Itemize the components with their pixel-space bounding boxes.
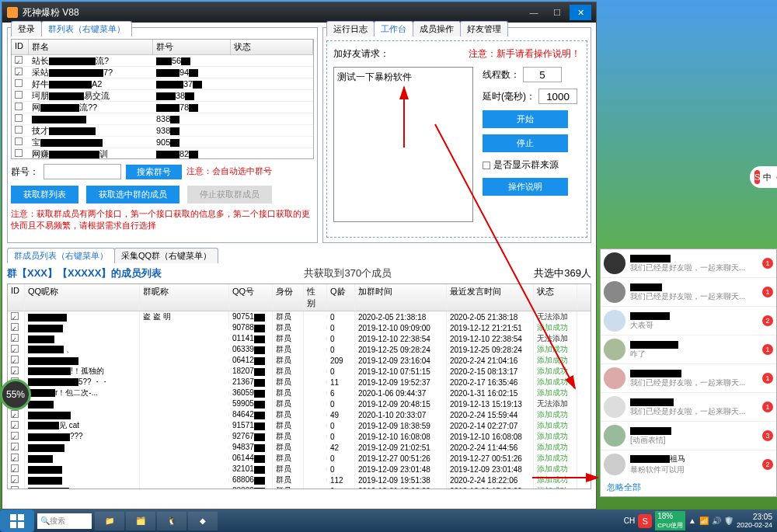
unread-badge: 3 — [762, 430, 773, 441]
close-button[interactable]: ✕ — [570, 5, 591, 20]
manual-button[interactable]: 操作说明 — [483, 178, 568, 196]
avatar — [604, 367, 625, 389]
group-row[interactable]: 网流?? 78 — [12, 102, 313, 113]
mcol-id[interactable]: ID — [8, 284, 25, 311]
tray-sound-icon[interactable]: 🔊 — [712, 516, 721, 525]
mcol-sex[interactable]: 性别 — [304, 284, 327, 311]
col-id[interactable]: ID — [12, 40, 29, 54]
chat-item[interactable]: 祖马暴粉软件可以用 2 — [601, 450, 776, 478]
ime-lang: 中 — [763, 172, 772, 183]
start-button[interactable]: 开始 — [483, 110, 568, 128]
tab-member-list[interactable]: 群成员列表（右键菜单） — [7, 248, 115, 263]
avatar — [604, 396, 625, 418]
taskbar-qq-icon[interactable]: 🐧 — [157, 512, 186, 530]
delay-input[interactable] — [538, 89, 577, 104]
group-row[interactable]: 站长流? 56 — [12, 55, 313, 67]
col-group-name[interactable]: 群名 — [29, 40, 153, 54]
tray-sogou-icon[interactable]: S — [638, 514, 652, 528]
search-label: 群号： — [11, 165, 39, 179]
group-row[interactable]: 838 — [12, 113, 313, 125]
work-panel: 运行日志 工作台 成员操作 好友管理 加好友请求： 注意：新手请看操作说明！ — [322, 27, 591, 243]
search-group-button[interactable]: 搜索群号 — [126, 165, 182, 179]
get-selected-members-button[interactable]: 获取选中群的成员 — [86, 186, 179, 203]
threads-label: 线程数： — [483, 68, 520, 82]
tab-workbench[interactable]: 工作台 — [374, 21, 413, 37]
col-group-num[interactable]: 群号 — [153, 40, 231, 54]
avatar — [604, 425, 625, 447]
friend-message-input[interactable] — [333, 67, 473, 222]
mcol-stat[interactable]: 状态 — [534, 284, 577, 311]
ime-widget[interactable]: S 中 ☺ — [750, 166, 777, 188]
tray-up-icon[interactable]: ▲ — [688, 516, 696, 525]
minimize-button[interactable]: — — [523, 5, 545, 20]
taskbar-explorer-icon[interactable]: 📁 — [95, 512, 124, 530]
friend-req-label: 加好友请求： — [333, 47, 389, 61]
avatar — [604, 252, 625, 274]
avatar — [604, 310, 625, 332]
member-grid: ID QQ昵称 群昵称 QQ号 身份 性别 Q龄 加群时间 最近发言时间 状态 … — [7, 283, 591, 489]
chat-panel: 我们已经是好友啦，一起来聊天... 1 我们已经是好友啦，一起来聊天... 1 … — [600, 249, 777, 497]
tray-clock[interactable]: 23:05 2020-02-24 — [737, 513, 772, 529]
group-panel: 登录 群列表（右键菜单） ID 群名 群号 状态 站长流? 56 采站7? 94… — [7, 27, 318, 243]
member-row[interactable]: 83382 群员0 2019-12-31 15:08:292019-12-31 … — [8, 485, 591, 489]
stop-get-members-button[interactable]: 停止获取群成员 — [187, 186, 272, 203]
tray-shield-icon[interactable]: 🛡️ — [724, 516, 733, 525]
ime-indicator[interactable]: CH — [624, 516, 635, 525]
show-source-checkbox[interactable]: 是否显示群来源 — [483, 158, 577, 172]
group-grid: ID 群名 群号 状态 站长流? 56 采站7? 94 好牛A2 37 珂朋易交… — [11, 39, 314, 159]
unread-badge: 1 — [762, 402, 773, 412]
chat-item[interactable]: 我们已经是好友啦，一起来聊天... 1 — [601, 278, 776, 307]
group-row[interactable]: 好牛A2 37 — [12, 78, 313, 90]
unread-badge: 1 — [762, 287, 773, 297]
tray-network-icon[interactable]: 📶 — [699, 516, 709, 525]
chat-item[interactable]: 大表哥 2 — [601, 307, 776, 336]
mcol-ltime[interactable]: 最近发言时间 — [447, 284, 534, 311]
group-row[interactable]: 采站7? 94 — [12, 67, 313, 78]
ignore-all-link[interactable]: 忽略全部 — [601, 478, 776, 496]
group-row[interactable]: 宝 905 — [12, 137, 313, 148]
group-row[interactable]: 技才 938 — [12, 125, 313, 137]
member-section: 群成员列表（右键菜单） 采集QQ群（右键菜单） 群【XXX】【XXXXX】的成员… — [2, 248, 596, 509]
windows-icon — [9, 513, 25, 529]
threads-input[interactable] — [523, 67, 562, 82]
group-search-input[interactable] — [44, 164, 121, 179]
taskbar-app-icon[interactable]: ◆ — [188, 512, 218, 530]
tab-collect-groups[interactable]: 采集QQ群（右键菜单） — [114, 248, 218, 263]
tab-login[interactable]: 登录 — [11, 21, 42, 37]
group-row[interactable]: 网赚训 82 — [12, 148, 313, 158]
chat-item[interactable]: 我们已经是好友啦，一起来聊天... 1 — [601, 364, 776, 393]
unread-badge: 1 — [762, 344, 773, 355]
start-button[interactable] — [0, 509, 34, 532]
sogou-icon: S — [754, 170, 760, 184]
col-status[interactable]: 状态 — [231, 40, 313, 54]
mcol-gnick[interactable]: 群昵称 — [140, 284, 229, 311]
tab-friend-mgmt[interactable]: 好友管理 — [460, 21, 508, 37]
chat-item[interactable]: 我们已经是好友啦，一起来聊天... 1 — [601, 249, 776, 278]
chat-item[interactable]: [动画表情] 3 — [601, 422, 776, 450]
stop-button[interactable]: 停止 — [483, 134, 568, 152]
left-warning: 注意：获取群成员有两个接口，第一个接口获取的信息多，第二个接口获取的更快而且不易… — [11, 208, 314, 232]
avatar — [604, 454, 625, 475]
taskbar: 🔍 搜索 📁 🗂️ 🐧 ◆ CH S 18%CPU使用 ▲ 📶 🔊 🛡️ 23:… — [0, 509, 777, 532]
tab-group-list[interactable]: 群列表（右键菜单） — [41, 21, 132, 37]
mcol-qq[interactable]: QQ号 — [229, 284, 273, 311]
tab-log[interactable]: 运行日志 — [326, 21, 375, 37]
chat-item[interactable]: 咋了 1 — [601, 336, 776, 364]
chat-item[interactable]: 我们已经是好友啦，一起来聊天... 1 — [601, 393, 776, 422]
mcol-qage[interactable]: Q龄 — [327, 284, 355, 311]
taskbar-search[interactable]: 🔍 搜索 — [37, 513, 92, 529]
mcol-jtime[interactable]: 加群时间 — [355, 284, 447, 311]
app-window: 死神爆粉 V88 — ☐ ✕ 登录 群列表（右键菜单） ID 群名 群号 状态 — [2, 2, 597, 509]
titlebar[interactable]: 死神爆粉 V88 — ☐ ✕ — [2, 2, 596, 23]
mcol-nick[interactable]: QQ昵称 — [25, 284, 140, 311]
mcol-role[interactable]: 身份 — [273, 284, 304, 311]
selected-count: 共选中369人 — [534, 266, 591, 280]
search-note: 注意：会自动选中群号 — [186, 165, 272, 177]
taskbar-folder-icon[interactable]: 🗂️ — [126, 512, 155, 530]
tab-member-ops[interactable]: 成员操作 — [413, 21, 461, 37]
maximize-button[interactable]: ☐ — [546, 5, 568, 20]
group-row[interactable]: 珂朋易交流 38 — [12, 90, 313, 102]
unread-badge: 1 — [762, 258, 773, 269]
delay-label: 延时(毫秒)： — [483, 90, 535, 103]
get-group-list-button[interactable]: 获取群列表 — [11, 186, 78, 203]
